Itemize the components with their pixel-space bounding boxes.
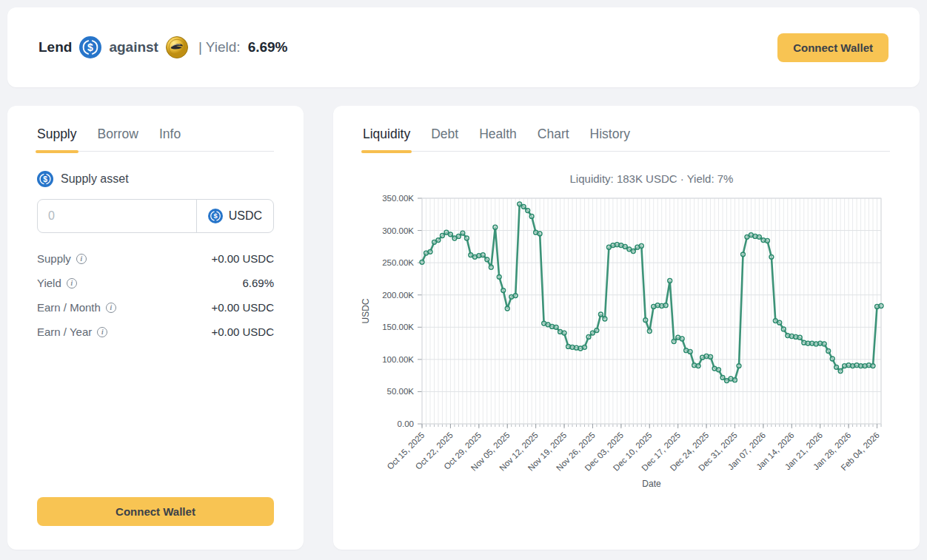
tab-health[interactable]: Health <box>479 126 517 142</box>
svg-text:200.00K: 200.00K <box>382 291 414 300</box>
usdc-icon: $ <box>208 209 223 223</box>
supply-stats: Supply +0.00 USDC Yield 6.69% Earn / Mon… <box>37 252 274 338</box>
stat-value: +0.00 USDC <box>211 301 274 314</box>
svg-text:$: $ <box>213 212 218 220</box>
tab-chart[interactable]: Chart <box>538 126 569 142</box>
supply-asset-label: Supply asset <box>61 172 129 186</box>
tab-borrow[interactable]: Borrow <box>98 126 138 142</box>
stat-label: Earn / Month <box>37 301 101 314</box>
svg-text:50.00K: 50.00K <box>387 387 415 396</box>
stat-row-supply: Supply +0.00 USDC <box>37 252 274 265</box>
tab-info[interactable]: Info <box>159 126 181 142</box>
svg-text:USDC: USDC <box>361 298 371 323</box>
stat-row-earn-month: Earn / Month +0.00 USDC <box>37 301 274 314</box>
yield-value: 6.69% <box>248 39 288 55</box>
tab-supply[interactable]: Supply <box>37 126 77 142</box>
supply-panel-tabs: Supply Borrow Info <box>37 126 274 152</box>
stat-value: +0.00 USDC <box>211 252 274 265</box>
usdc-icon: $ <box>37 171 53 187</box>
tab-history[interactable]: History <box>590 126 630 142</box>
token-symbol: USDC <box>229 209 262 223</box>
chart-panel: Liquidity Debt Health Chart History 0.00… <box>333 106 920 550</box>
svg-text:0.00: 0.00 <box>398 419 414 428</box>
svg-text:150.00K: 150.00K <box>382 323 414 331</box>
stat-value: 6.69% <box>242 277 274 289</box>
svg-text:$: $ <box>87 41 93 53</box>
yield-label: | Yield: <box>198 39 241 55</box>
usdc-icon: $ <box>79 36 101 58</box>
svg-text:$: $ <box>43 175 47 183</box>
info-icon[interactable] <box>97 327 107 337</box>
amount-input-box: $ USDC <box>37 199 274 233</box>
svg-text:Date: Date <box>642 479 661 489</box>
stat-row-yield: Yield 6.69% <box>37 277 274 289</box>
supply-asset-row: $ Supply asset <box>37 171 274 187</box>
info-icon[interactable] <box>67 278 77 289</box>
market-pair: Lend $ against <box>39 36 288 58</box>
liquidity-line-chart: 0.0050.00K100.00K150.00K200.00K250.00K30… <box>333 150 920 550</box>
connect-wallet-button[interactable]: Connect Wallet <box>37 497 274 526</box>
info-icon[interactable] <box>76 254 87 264</box>
supply-panel: Supply Borrow Info $ Supply asset <box>7 106 304 550</box>
chart-panel-tabs: Liquidity Debt Health Chart History <box>363 126 890 152</box>
lend-label: Lend <box>39 39 72 55</box>
tab-debt[interactable]: Debt <box>431 126 458 142</box>
svg-text:Liquidity: 183K USDC · Yield:: Liquidity: 183K USDC · Yield: 7% <box>570 172 734 185</box>
amount-input[interactable] <box>38 200 196 232</box>
stat-row-earn-year: Earn / Year +0.00 USDC <box>37 325 274 338</box>
connect-wallet-button[interactable]: Connect Wallet <box>777 33 888 62</box>
collateral-token-icon <box>166 36 188 58</box>
stat-value: +0.00 USDC <box>211 325 274 338</box>
info-icon[interactable] <box>106 303 116 313</box>
token-suffix: $ USDC <box>196 200 273 232</box>
svg-text:250.00K: 250.00K <box>382 258 414 267</box>
svg-text:300.00K: 300.00K <box>382 226 414 235</box>
top-header: Lend $ against <box>7 7 920 87</box>
stat-label: Earn / Year <box>37 325 92 338</box>
stat-label: Supply <box>37 252 71 265</box>
stat-label: Yield <box>37 277 61 289</box>
svg-text:350.00K: 350.00K <box>382 194 414 203</box>
against-label: against <box>109 39 158 55</box>
tab-liquidity[interactable]: Liquidity <box>363 126 410 142</box>
svg-text:100.00K: 100.00K <box>382 355 414 364</box>
